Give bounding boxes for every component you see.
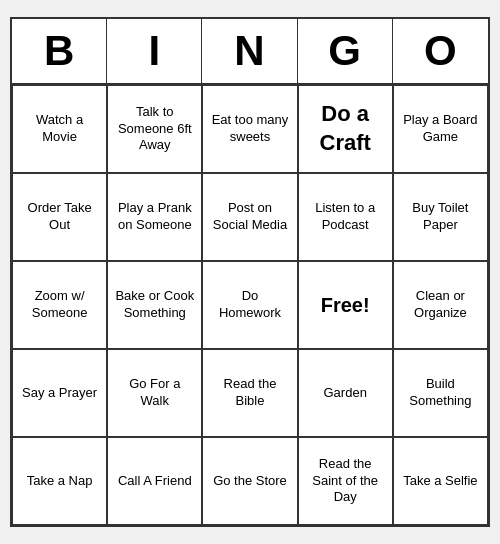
bingo-cell[interactable]: Talk to Someone 6ft Away — [107, 85, 202, 173]
bingo-letter: N — [202, 19, 297, 83]
bingo-cell[interactable]: Free! — [298, 261, 393, 349]
bingo-cell[interactable]: Go For a Walk — [107, 349, 202, 437]
bingo-cell[interactable]: Post on Social Media — [202, 173, 297, 261]
bingo-cell[interactable]: Bake or Cook Something — [107, 261, 202, 349]
bingo-card: BINGO Watch a MovieTalk to Someone 6ft A… — [10, 17, 490, 527]
bingo-grid: Watch a MovieTalk to Someone 6ft AwayEat… — [12, 85, 488, 525]
bingo-cell[interactable]: Order Take Out — [12, 173, 107, 261]
bingo-cell[interactable]: Take a Selfie — [393, 437, 488, 525]
bingo-cell[interactable]: Play a Prank on Someone — [107, 173, 202, 261]
bingo-cell[interactable]: Play a Board Game — [393, 85, 488, 173]
bingo-cell[interactable]: Garden — [298, 349, 393, 437]
bingo-cell[interactable]: Do a Craft — [298, 85, 393, 173]
bingo-cell[interactable]: Eat too many sweets — [202, 85, 297, 173]
bingo-cell[interactable]: Clean or Organize — [393, 261, 488, 349]
bingo-cell[interactable]: Zoom w/ Someone — [12, 261, 107, 349]
bingo-cell[interactable]: Say a Prayer — [12, 349, 107, 437]
bingo-header: BINGO — [12, 19, 488, 85]
bingo-letter: O — [393, 19, 488, 83]
bingo-letter: I — [107, 19, 202, 83]
bingo-cell[interactable]: Listen to a Podcast — [298, 173, 393, 261]
bingo-cell[interactable]: Call A Friend — [107, 437, 202, 525]
bingo-cell[interactable]: Buy Toilet Paper — [393, 173, 488, 261]
bingo-cell[interactable]: Watch a Movie — [12, 85, 107, 173]
bingo-cell[interactable]: Read the Bible — [202, 349, 297, 437]
bingo-cell[interactable]: Build Something — [393, 349, 488, 437]
bingo-cell[interactable]: Do Homework — [202, 261, 297, 349]
bingo-cell[interactable]: Read the Saint of the Day — [298, 437, 393, 525]
bingo-cell[interactable]: Go the Store — [202, 437, 297, 525]
bingo-cell[interactable]: Take a Nap — [12, 437, 107, 525]
bingo-letter: G — [298, 19, 393, 83]
bingo-letter: B — [12, 19, 107, 83]
